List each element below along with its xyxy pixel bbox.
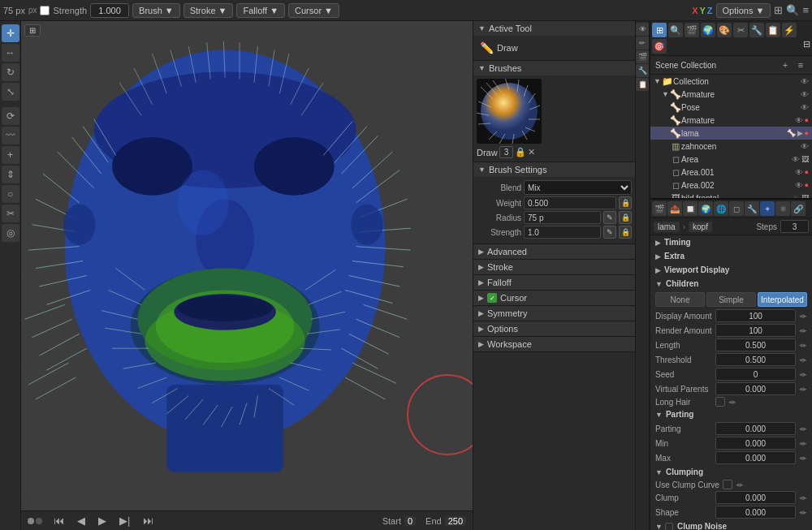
length-value[interactable]: 0.500 [715,338,796,351]
sidebar-move-icon[interactable]: ↔ [2,44,19,62]
falloff-header[interactable]: ▶ Falloff [473,275,635,290]
nav-last-btn[interactable]: ⏭ [141,515,155,527]
brush-preview[interactable] [477,79,542,144]
sidebar-add-icon[interactable]: + [2,146,19,164]
scene-btn-7[interactable]: 🔧 [749,23,764,37]
viewport-display-header[interactable]: ▶ Viewport Display [650,263,812,277]
clump-value[interactable]: 0.000 [715,491,796,504]
radius-lock-btn[interactable]: 🔒 [619,211,632,224]
brush-x-icon[interactable]: ✕ [528,147,535,157]
breadcrumb-lama[interactable]: lama [654,222,680,232]
scene-btn-3[interactable]: 🎬 [685,23,699,37]
sidebar-puff-icon[interactable]: ○ [2,185,19,203]
cursor-header[interactable]: ▶ ✓ Cursor [473,291,635,305]
sidebar-smooth-icon[interactable]: 〰 [2,127,19,144]
collection-eye[interactable]: 👁 [801,77,809,86]
vstrip-btn-2[interactable]: ✏ [636,37,649,50]
virtual-parents-arrow[interactable]: ◂▸ [799,385,807,393]
sidebar-rotate-icon[interactable]: ↻ [2,63,19,81]
area002-eye[interactable]: 👁 [795,181,803,190]
nav-prev-btn[interactable]: ◀ [76,515,87,527]
scene-btn-6[interactable]: ✂ [733,23,748,37]
clump-arrow[interactable]: ◂▸ [799,493,807,502]
children-section-header[interactable]: ▼ Children [650,277,812,291]
tree-item-collection[interactable]: ▼ 📁 Collection 👁 [650,75,812,88]
lama-icon-1[interactable]: 🦴 [787,129,796,137]
stroke-header[interactable]: ▶ Stroke [473,260,635,274]
area001-dot[interactable]: ● [805,168,809,176]
brush-settings-header[interactable]: ▼ Brush Settings [473,162,635,177]
armature-child-eye[interactable]: 👁 [795,116,803,125]
clumping-section-header[interactable]: ▼ Clumping [650,465,812,479]
scene-btn-10[interactable]: 🎯 [652,39,667,54]
props-tab-particles[interactable]: ✦ [760,201,775,216]
radius-pen-btn[interactable]: ✎ [603,211,616,224]
tree-item-zahnocen[interactable]: ▥ zahnocen 👁 [650,140,812,153]
scene-filter-icon[interactable]: ⊟ [803,39,810,54]
breadcrumb-kopf[interactable]: kopf [689,222,712,232]
blend-select[interactable]: Mix [524,180,632,195]
props-tab-output[interactable]: 📤 [667,201,682,216]
parting-max-arrow[interactable]: ◂▸ [799,454,807,462]
display-amount-value[interactable]: 100 [715,309,796,322]
render-amount-value[interactable]: 100 [715,324,796,337]
display-amount-arrow[interactable]: ◂▸ [799,312,807,320]
header-icon-1[interactable]: ⊞ [774,4,783,16]
seed-value[interactable]: 0 [715,368,796,381]
timing-section-header[interactable]: ▶ Timing [650,235,812,249]
dot-1[interactable] [28,518,34,524]
cursor-dropdown[interactable]: Cursor ▼ [288,3,339,18]
brush-lock-icon[interactable]: 🔒 [515,147,526,157]
threshold-value[interactable]: 0.500 [715,353,796,366]
lama-icon-2[interactable]: ▶ [797,129,803,137]
strength-input[interactable]: 1.000 [90,3,129,18]
scene-btn-5[interactable]: 🎨 [717,23,732,37]
vstrip-btn-5[interactable]: 📋 [636,78,649,91]
nav-first-btn[interactable]: ⏮ [52,515,66,527]
scene-filter-btn[interactable]: ≡ [794,58,807,71]
parting-section-header[interactable]: ▼ Parting [650,407,812,421]
area002-dot[interactable]: ● [805,181,809,189]
header-icon-2[interactable]: 🔍 [786,4,799,16]
use-clump-curve-arrow[interactable]: ◂▸ [736,480,744,489]
nav-play-btn[interactable]: ▶ [97,515,108,527]
brush-dropdown[interactable]: Brush ▼ [132,3,180,18]
active-tool-header[interactable]: ▼ Active Tool [473,21,635,36]
options-dropdown[interactable]: Options ▼ [716,3,771,18]
tree-item-armature-child[interactable]: 🦴 Armature 👁 ● [650,114,812,127]
scene-btn-9[interactable]: ⚡ [782,23,797,37]
vstrip-btn-1[interactable]: 👁 [636,23,649,36]
armature-root-eye[interactable]: 👁 [801,90,809,99]
strength-checkbox[interactable] [40,6,50,15]
clump-noise-section-header[interactable]: ▼ Clump Noise [650,519,812,530]
extra-section-header[interactable]: ▶ Extra [650,249,812,263]
dot-2[interactable] [36,518,42,524]
parting-min-arrow[interactable]: ◂▸ [799,439,807,447]
sidebar-cut-icon[interactable]: ✂ [2,205,19,222]
shape-arrow[interactable]: ◂▸ [799,508,807,516]
armature-child-dot[interactable]: ● [805,116,809,124]
threshold-arrow[interactable]: ◂▸ [799,355,807,364]
props-tab-modifiers[interactable]: 🔧 [745,201,759,216]
scene-add-icon[interactable]: + [779,58,792,71]
viewport[interactable]: ⊞ [21,21,473,530]
tree-item-area002[interactable]: ◻ Area.002 👁 ● [650,179,812,192]
lama-dot[interactable]: ● [805,129,809,137]
area-img-icon[interactable]: 🖼 [801,155,809,163]
pose-eye[interactable]: 👁 [801,103,809,112]
clump-noise-checkbox[interactable] [665,523,673,531]
sidebar-weight-icon[interactable]: ◎ [2,224,19,242]
parting-arrow-ctrl[interactable]: ◂▸ [799,424,807,433]
scene-btn-2[interactable]: 🔍 [668,23,683,37]
tree-item-bild-frontal[interactable]: 🖼 bild frontal 👁 🖼 [650,192,812,200]
tree-item-area001[interactable]: ◻ Area.001 👁 ● [650,166,812,179]
props-tab-view-layer[interactable]: 🔲 [683,201,698,216]
advanced-header[interactable]: ▶ Advanced [473,244,635,259]
cursor-checkbox[interactable]: ✓ [487,293,497,303]
props-tab-object[interactable]: ◻ [729,201,744,216]
tree-item-area[interactable]: ◻ Area 👁 🖼 [650,153,812,166]
options-header[interactable]: ▶ Options [473,321,635,336]
steps-value[interactable]: 3 [780,220,809,233]
weight-lock-btn[interactable]: 🔒 [619,196,632,209]
use-clump-curve-checkbox[interactable] [723,480,732,489]
